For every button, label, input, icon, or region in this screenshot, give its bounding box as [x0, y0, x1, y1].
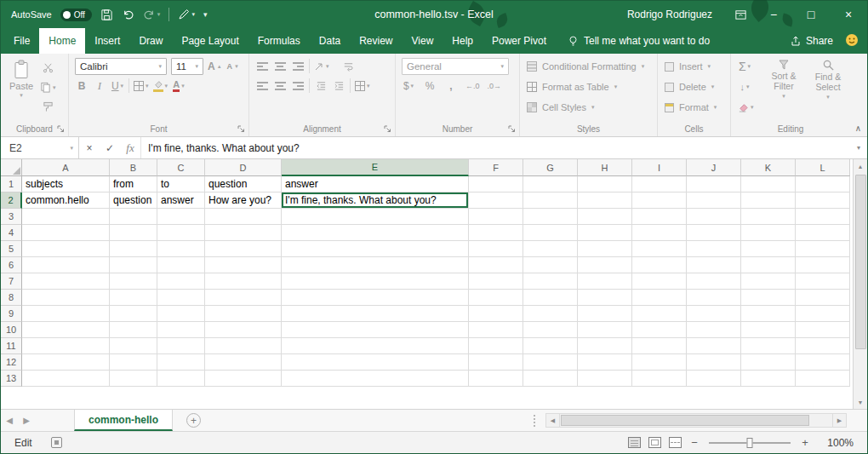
- autosave-toggle[interactable]: Off: [60, 9, 92, 21]
- cell-I3[interactable]: [632, 209, 687, 225]
- cell-L12[interactable]: [796, 354, 850, 371]
- align-center-button[interactable]: [273, 78, 287, 94]
- font-dialog-launcher[interactable]: [237, 125, 245, 133]
- cell-C6[interactable]: [157, 257, 205, 273]
- cell-B3[interactable]: [110, 209, 157, 225]
- column-header-E[interactable]: E: [282, 159, 469, 176]
- cell-F8[interactable]: [469, 290, 523, 306]
- borders-button[interactable]: ▾: [134, 78, 149, 94]
- cell-B9[interactable]: [110, 306, 157, 322]
- cell-F7[interactable]: [469, 273, 523, 290]
- cell-H10[interactable]: [578, 322, 632, 338]
- horizontal-scroll-track[interactable]: [560, 413, 832, 428]
- row-header-9[interactable]: 9: [1, 306, 22, 322]
- cell-I5[interactable]: [632, 241, 687, 257]
- cell-J11[interactable]: [687, 338, 741, 354]
- align-left-button[interactable]: [255, 78, 269, 94]
- cell-C12[interactable]: [157, 354, 205, 371]
- font-name-combo[interactable]: Calibri▾: [75, 58, 167, 75]
- cell-D7[interactable]: [205, 273, 282, 290]
- cell-H2[interactable]: [578, 193, 632, 209]
- cell-D2[interactable]: How are you?: [205, 193, 282, 209]
- cell-B6[interactable]: [110, 257, 157, 273]
- cell-L10[interactable]: [796, 322, 850, 338]
- sheet-tab-common-hello[interactable]: common-hello: [74, 410, 173, 431]
- merge-center-button[interactable]: ▾: [355, 78, 370, 94]
- italic-button[interactable]: I: [93, 78, 106, 94]
- column-header-D[interactable]: D: [205, 159, 282, 176]
- cell-J7[interactable]: [687, 273, 741, 290]
- shrink-font-button[interactable]: A▼: [226, 58, 240, 74]
- clipboard-dialog-launcher[interactable]: [57, 125, 65, 133]
- cell-J5[interactable]: [687, 241, 741, 257]
- cell-F3[interactable]: [469, 209, 523, 225]
- tab-insert[interactable]: Insert: [85, 28, 129, 54]
- cell-J13[interactable]: [687, 371, 741, 387]
- cell-E11[interactable]: [282, 338, 469, 354]
- cell-B7[interactable]: [110, 273, 157, 290]
- delete-cells-button[interactable]: Delete ▾: [658, 77, 730, 97]
- column-header-H[interactable]: H: [578, 159, 632, 176]
- select-all-corner[interactable]: [1, 159, 22, 176]
- cell-J8[interactable]: [687, 290, 741, 306]
- page-layout-view-button[interactable]: [648, 437, 661, 448]
- cell-D9[interactable]: [205, 306, 282, 322]
- cell-K12[interactable]: [741, 354, 796, 371]
- scroll-right-arrow[interactable]: ▶: [832, 413, 847, 428]
- cell-I13[interactable]: [632, 371, 687, 387]
- feedback-smiley-button[interactable]: [845, 33, 859, 49]
- cell-A8[interactable]: [22, 290, 110, 306]
- row-header-8[interactable]: 8: [1, 290, 22, 306]
- cell-D1[interactable]: question: [205, 176, 282, 193]
- decrease-indent-button[interactable]: [314, 78, 328, 94]
- cell-C4[interactable]: [157, 225, 205, 241]
- cell-J4[interactable]: [687, 225, 741, 241]
- page-break-view-button[interactable]: [669, 437, 682, 448]
- cell-J2[interactable]: [687, 193, 741, 209]
- cell-I10[interactable]: [632, 322, 687, 338]
- cell-E13[interactable]: [282, 371, 469, 387]
- grow-font-button[interactable]: A▲: [208, 58, 222, 74]
- cell-A7[interactable]: [22, 273, 110, 290]
- row-header-1[interactable]: 1: [1, 176, 22, 193]
- row-header-6[interactable]: 6: [1, 257, 22, 273]
- format-cells-button[interactable]: Format ▾: [658, 97, 730, 118]
- tab-home[interactable]: Home: [39, 28, 85, 54]
- cell-E6[interactable]: [282, 257, 469, 273]
- cell-D4[interactable]: [205, 225, 282, 241]
- orientation-button[interactable]: ▾: [314, 58, 329, 74]
- fill-color-button[interactable]: ▾: [153, 78, 168, 94]
- next-sheet-arrow[interactable]: ▶: [18, 416, 35, 425]
- tab-formulas[interactable]: Formulas: [248, 28, 310, 54]
- row-header-2[interactable]: 2: [1, 193, 22, 209]
- macro-record-icon[interactable]: [51, 437, 62, 448]
- cell-L9[interactable]: [796, 306, 850, 322]
- tab-review[interactable]: Review: [350, 28, 402, 54]
- cell-F4[interactable]: [469, 225, 523, 241]
- cell-E9[interactable]: [282, 306, 469, 322]
- column-header-L[interactable]: L: [796, 159, 850, 176]
- cell-B5[interactable]: [110, 241, 157, 257]
- formula-input[interactable]: I'm fine, thanks. What about you?: [141, 137, 850, 158]
- cell-H7[interactable]: [578, 273, 632, 290]
- cell-A12[interactable]: [22, 354, 110, 371]
- cell-E5[interactable]: [282, 241, 469, 257]
- increase-decimal-button[interactable]: ←.0: [465, 78, 480, 94]
- cell-H3[interactable]: [578, 209, 632, 225]
- undo-button[interactable]: [122, 9, 134, 21]
- cell-G8[interactable]: [523, 290, 578, 306]
- font-color-button[interactable]: A▾: [172, 78, 186, 94]
- cell-J1[interactable]: [687, 176, 741, 193]
- copy-button[interactable]: ▾: [40, 79, 56, 95]
- cell-L4[interactable]: [796, 225, 850, 241]
- maximize-button[interactable]: □: [792, 1, 830, 28]
- cell-L5[interactable]: [796, 241, 850, 257]
- cell-F6[interactable]: [469, 257, 523, 273]
- cell-D8[interactable]: [205, 290, 282, 306]
- column-header-K[interactable]: K: [741, 159, 796, 176]
- format-painter-button[interactable]: [40, 99, 56, 115]
- horizontal-scrollbar[interactable]: ◀ ▶: [545, 413, 847, 428]
- sort-filter-button[interactable]: Sort & Filter ▾: [763, 58, 804, 115]
- cell-F2[interactable]: [469, 193, 523, 209]
- tab-help[interactable]: Help: [443, 28, 483, 54]
